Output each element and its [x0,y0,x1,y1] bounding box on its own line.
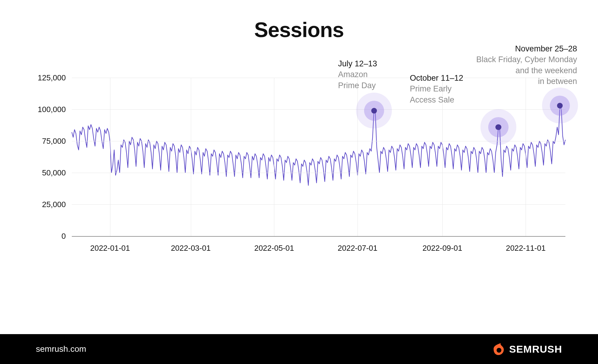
chart-title: Sessions [0,0,598,42]
y-tick-label: 0 [62,232,66,241]
annotation-prime-day: July 12–13 AmazonPrime Day [338,58,377,91]
x-tick-label: 2022-09-01 [422,244,462,253]
annotation-early-access: October 11–12 Prime EarlyAccess Sale [410,73,463,105]
y-tick-label: 75,000 [42,137,66,146]
y-tick-label: 50,000 [42,168,66,178]
x-tick-label: 2022-11-01 [506,244,546,253]
footer: semrush.com SEMRUSH [0,334,598,364]
brand-logo: SEMRUSH [492,342,562,356]
y-tick-label: 25,000 [42,200,66,209]
x-tick-label: 2022-01-01 [90,244,130,253]
y-tick-label: 100,000 [38,105,66,114]
chart: 025,00050,00075,000100,000125,000 2022-0… [36,78,565,251]
y-axis: 025,00050,00075,000100,000125,000 [36,78,69,236]
line-series [72,78,565,236]
footer-url: semrush.com [36,344,86,354]
plot-area [72,78,565,237]
y-tick-label: 125,000 [38,73,66,82]
annotation-black-friday: November 25–28 Black Friday, Cyber Monda… [476,43,577,87]
flame-icon [492,342,505,356]
x-tick-label: 2022-05-01 [254,244,294,253]
svg-point-0 [497,348,501,353]
x-tick-label: 2022-07-01 [338,244,378,253]
x-tick-label: 2022-03-01 [171,244,211,253]
